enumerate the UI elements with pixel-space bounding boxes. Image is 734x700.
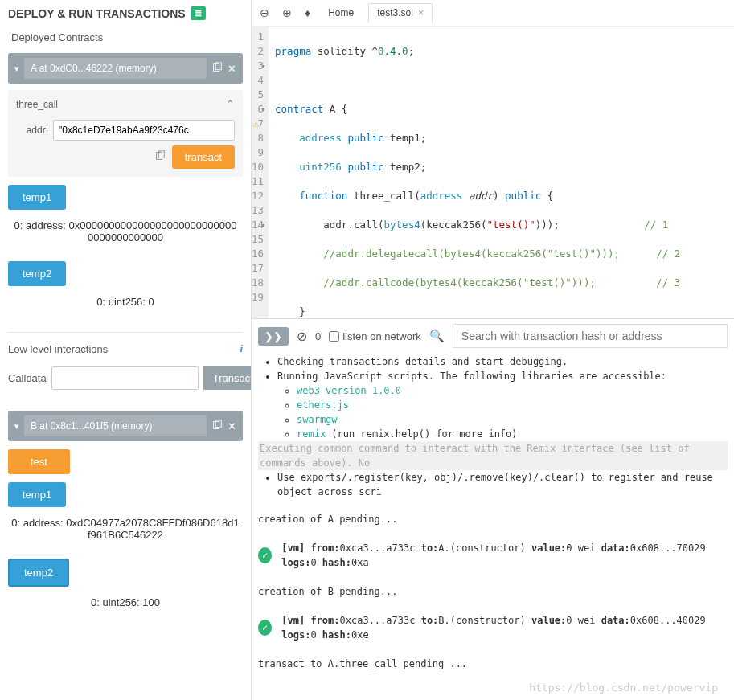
contract-b-header[interactable]: ▾ B at 0x8c1...401f5 (memory) ✕ [8,411,243,441]
deploy-panel: DEPLOY & RUN TRANSACTIONS ≣ Deployed Con… [0,0,252,700]
contract-b-name: B at 0x8c1...401f5 (memory) [24,415,207,436]
close-icon[interactable]: ✕ [228,63,236,75]
copy-icon[interactable] [211,420,223,433]
code-content[interactable]: pragma solidity ^0.4.0; contract A { add… [269,27,734,318]
chevron-down-icon[interactable]: ▾ [14,63,19,74]
listen-checkbox[interactable]: listen on network [329,330,421,342]
lowlevel-section: Low level interactions i Calldata Transa… [8,332,243,390]
test-button[interactable]: test [8,449,70,474]
link[interactable]: swarmgw [297,414,338,425]
temp1-output: 0: address: 0x00000000000000000000000000… [8,210,243,253]
console-output: Checking transactions details and start … [252,353,734,700]
main-area: ⊖ ⊕ ♦ Home test3.sol× 123▾456▾⚠789101112… [252,0,734,700]
console-line: Checking transactions details and start … [277,354,728,369]
log-entry[interactable]: ✓ [vm] from:0xca3...a733c to:A.(construc… [258,541,728,570]
clear-icon[interactable]: ⊘ [297,329,307,344]
calldata-input[interactable] [51,366,199,390]
chevron-down-icon[interactable]: ▾ [14,421,19,432]
contract-a-header[interactable]: ▾ A at 0xdC0...46222 (memory) ✕ [8,53,243,84]
pending-line: creation of A pending... [258,512,728,526]
calldata-label: Calldata [8,372,47,384]
temp2-output: 0: uint256: 0 [8,286,243,317]
addr-input[interactable] [53,120,235,141]
link[interactable]: ethers.js [297,399,349,411]
temp2-button-b[interactable]: temp2 [8,559,69,587]
home-tab[interactable]: Home [320,4,362,22]
temp1-output-b: 0: address: 0xdC04977a2078C8FFDf086D618d… [8,507,243,551]
editor-top-bar: ⊖ ⊕ ♦ Home test3.sol× [252,0,734,27]
temp1-button-b[interactable]: temp1 [8,482,66,507]
search-icon[interactable]: 🔍 [429,329,445,343]
chevron-up-icon[interactable]: ⌃ [226,98,235,110]
function-name: three_call [16,99,58,110]
log-entry[interactable]: ✓ [vm] from:0xca3...a733c to:B.(construc… [258,613,728,642]
eth-icon[interactable]: ♦ [301,5,314,21]
success-icon: ✓ [258,620,272,636]
lowlevel-title: Low level interactions [8,343,108,355]
file-tab[interactable]: test3.sol× [368,3,433,23]
copy-icon[interactable] [154,150,166,164]
success-icon: ✓ [258,547,272,563]
docs-badge[interactable]: ≣ [191,6,206,20]
lowlevel-transact-button[interactable]: Transact [203,366,252,390]
temp2-button[interactable]: temp2 [8,261,66,286]
pending-line: transact to A.three_call pending ... [258,657,728,671]
temp1-button[interactable]: temp1 [8,185,66,210]
gutter: 123▾456▾⚠7891011121314▾1516171819 [252,27,269,318]
close-icon[interactable]: ✕ [228,420,236,432]
link[interactable]: remix [297,428,326,440]
zoom-in-icon[interactable]: ⊕ [279,5,295,21]
zoom-out-icon[interactable]: ⊖ [256,5,273,21]
contract-a-name: A at 0xdC0...46222 (memory) [24,58,207,79]
console-toggle-icon[interactable]: ❯❯ [258,327,289,346]
code-editor[interactable]: 123▾456▾⚠7891011121314▾1516171819 pragma… [252,27,734,318]
panel-title: DEPLOY & RUN TRANSACTIONS ≣ [8,0,243,27]
deployed-contracts-label: Deployed Contracts [8,27,243,48]
console-line: Use exports/.register(key, obj)/.remove(… [277,470,728,499]
console-toolbar: ❯❯ ⊘ 0 listen on network 🔍 [252,318,734,353]
console-line: Running JavaScript scripts. The followin… [277,369,728,441]
contract-a-body: three_call ⌃ addr: transact [8,90,243,177]
search-input[interactable] [453,324,728,348]
arg-label: addr: [16,125,48,136]
transact-button[interactable]: transact [172,145,235,169]
watermark: https://blog.csdn.net/powervip [529,681,718,695]
temp2-output-b: 0: uint256: 100 [8,587,243,618]
pending-count: 0 [315,330,321,342]
link[interactable]: web3 version 1.0.0 [297,385,401,396]
close-tab-icon[interactable]: × [418,7,424,18]
console-dim: Executing common command to interact wit… [258,441,728,470]
info-icon[interactable]: i [240,342,243,355]
pending-line: creation of B pending... [258,584,728,599]
copy-icon[interactable] [211,62,223,76]
